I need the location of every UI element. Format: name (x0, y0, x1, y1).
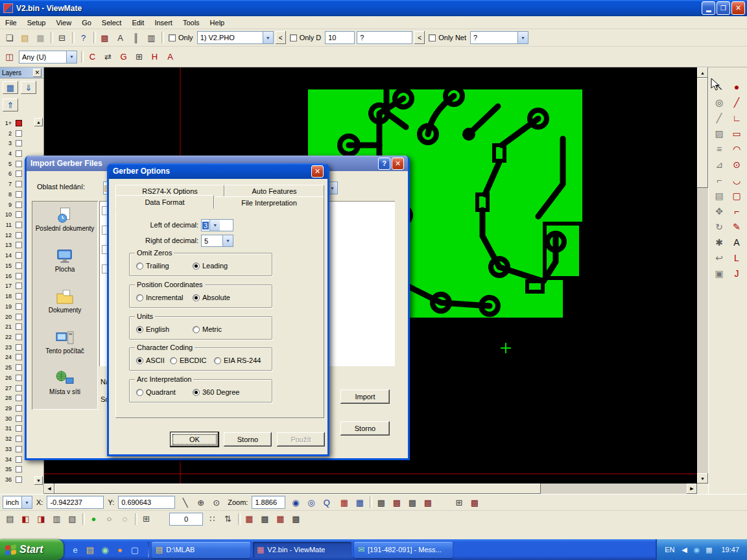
unit-combo[interactable]: inch (3, 496, 32, 509)
layer-color-swatch[interactable] (16, 344, 22, 351)
close-button[interactable] (392, 158, 404, 170)
measure-diagonal-icon[interactable]: ╲ (178, 495, 193, 509)
film3-icon[interactable]: ▧ (65, 512, 80, 526)
layer-color-swatch[interactable] (16, 130, 22, 137)
dcode-table-blue-icon[interactable]: ▦ (352, 495, 367, 509)
layer-combo[interactable]: 1) V2.PHO (197, 31, 274, 44)
tab-auto-features[interactable]: Auto Features (224, 185, 324, 197)
select-tool-icon[interactable]: ↖ (711, 79, 728, 94)
layer-color-swatch[interactable] (16, 140, 22, 146)
radio-trailing[interactable]: Trailing (136, 262, 169, 270)
scroll-right-icon[interactable] (687, 484, 697, 494)
layer-color-swatch[interactable] (16, 476, 22, 483)
ok-button[interactable]: OK (171, 432, 219, 447)
y-coordinate-field[interactable]: 0.690643 (118, 496, 175, 509)
layer-row[interactable]: 35 (0, 464, 35, 474)
measure-corner-icon[interactable]: ⌐ (711, 172, 728, 187)
folder-icon[interactable]: ▤ (84, 542, 97, 557)
grid-d-icon[interactable]: ▩ (420, 495, 435, 509)
only-layer-checkbox[interactable] (169, 34, 176, 41)
new-file-icon[interactable]: ❏ (2, 30, 17, 45)
only-dcode-option[interactable]: Only D (288, 34, 324, 41)
close-button[interactable] (731, 1, 745, 15)
vertical-scroll-thumb[interactable] (697, 78, 708, 188)
only-layer-option[interactable]: Only (167, 34, 195, 41)
layer-color-swatch[interactable] (16, 466, 22, 472)
zoom-field[interactable]: 1.8866 (252, 496, 285, 509)
grid-c-icon[interactable]: ▩ (405, 495, 420, 509)
layer-color-swatch[interactable] (16, 252, 22, 259)
move-layer-down-icon[interactable]: ⇓ (20, 80, 37, 95)
draw-line-icon[interactable]: ╱ (728, 95, 745, 110)
l-text-icon[interactable]: L (728, 250, 745, 265)
only-net-checkbox[interactable] (429, 34, 436, 41)
close-button[interactable] (311, 165, 324, 178)
pattern-b-icon[interactable]: ▩ (257, 512, 272, 526)
chevron-down-icon[interactable] (21, 496, 32, 508)
text-a-icon[interactable]: A (163, 50, 178, 64)
menu-edit[interactable]: Edit (126, 16, 149, 29)
horizontal-scrollbar[interactable] (44, 484, 697, 494)
apply-button[interactable]: Použít (277, 432, 325, 447)
clip-icon[interactable]: ▣ (711, 266, 728, 281)
ie-icon[interactable]: e (69, 542, 82, 557)
layer-color-swatch[interactable] (16, 385, 22, 391)
count-field[interactable]: 0 (169, 513, 203, 526)
lasso2-icon[interactable]: ◌ (117, 512, 132, 526)
layer-color-swatch[interactable] (16, 161, 22, 167)
zoom-in-icon[interactable]: ◉ (288, 495, 303, 509)
layer-color-swatch[interactable] (16, 456, 22, 463)
tray-network-icon[interactable]: ◉ (691, 543, 702, 556)
snap-arrows-icon[interactable]: ⇅ (220, 512, 235, 526)
half-red-right-icon[interactable]: ◨ (34, 512, 49, 526)
radio-quadrant[interactable]: Quadrant (136, 388, 176, 396)
pattern-c-icon[interactable]: ▦ (273, 512, 288, 526)
arc-icon[interactable]: ◠ (728, 141, 745, 156)
grid-a-icon[interactable]: ▩ (374, 495, 388, 509)
place-network[interactable]: Místa v síti (32, 367, 98, 408)
layer-color-swatch[interactable] (16, 395, 22, 401)
layer-color-swatch[interactable] (16, 191, 22, 198)
radio-metric[interactable]: Metric (193, 325, 222, 333)
menu-file[interactable]: File (0, 16, 22, 29)
dcode-table-red-icon[interactable]: ▦ (337, 495, 351, 509)
minimize-button[interactable] (702, 1, 715, 15)
left-of-decimal-combo[interactable]: 3 (201, 219, 233, 231)
pad-stack-icon[interactable]: ◎ (711, 95, 728, 110)
pattern-a-icon[interactable]: ▦ (242, 512, 257, 526)
gerber-dialog-titlebar[interactable]: Gerber Options (109, 163, 327, 179)
x-coordinate-field[interactable]: -0.942237 (47, 496, 104, 509)
dcode-field[interactable]: 10 (325, 31, 355, 44)
radio-absolute[interactable]: Absolute (193, 294, 230, 301)
menu-help[interactable]: Help (205, 16, 230, 29)
language-indicator[interactable]: EN (665, 546, 674, 554)
layer-color-swatch[interactable] (16, 446, 22, 452)
grid-b-icon[interactable]: ▩ (389, 495, 404, 509)
open-folder-icon[interactable]: ▤ (18, 30, 32, 45)
menu-select[interactable]: Select (97, 16, 127, 29)
import-button[interactable]: Import (340, 390, 390, 404)
radio-eia-rs244[interactable]: EIA RS-244 (214, 356, 261, 364)
show-desktop-icon[interactable]: ▢ (128, 542, 141, 557)
scroll-down-icon[interactable] (697, 473, 708, 484)
move-icon[interactable]: ✥ (711, 204, 728, 218)
layer-row[interactable]: 3 (0, 138, 35, 148)
firefox-icon[interactable]: ● (113, 542, 126, 557)
scroll-down-icon[interactable] (34, 476, 43, 485)
layer-color-swatch[interactable] (16, 283, 22, 289)
gray-line-icon[interactable]: ╱ (711, 110, 728, 125)
traffic-light-icon[interactable]: ● (86, 512, 101, 526)
layer-color-swatch[interactable] (16, 364, 22, 371)
clock[interactable]: 19:47 (718, 546, 739, 554)
radio-ascii[interactable]: ASCII (136, 356, 165, 364)
layer-row[interactable]: 1+ (0, 118, 35, 128)
lasso-icon[interactable]: ○ (102, 512, 117, 526)
dashed-rect-icon[interactable]: ▢ (728, 188, 745, 203)
swap-layers-icon[interactable]: ⇄ (101, 50, 115, 64)
layer-color-swatch[interactable] (16, 303, 22, 310)
layer-color-swatch[interactable] (16, 273, 22, 279)
grid-icon[interactable]: ⊞ (132, 50, 147, 64)
pattern-d-icon[interactable]: ▩ (289, 512, 303, 526)
cancel-button[interactable]: Storno (224, 432, 272, 447)
layer-color-swatch[interactable] (16, 375, 22, 381)
